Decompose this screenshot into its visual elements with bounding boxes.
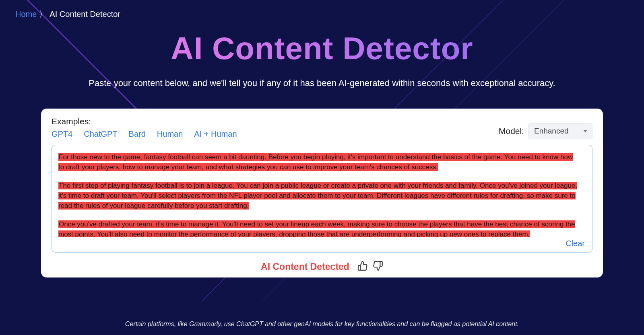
thumbs-up-icon[interactable] [357, 261, 368, 273]
detector-card: Examples: GPT4 ChatGPT Bard Human AI + H… [41, 109, 603, 277]
clear-button[interactable]: Clear [566, 239, 585, 248]
content-paragraph: The first step of playing fantasy footba… [58, 181, 578, 211]
model-select[interactable]: Enhanced [528, 123, 592, 139]
example-link-ai-human[interactable]: AI + Human [194, 129, 237, 139]
content-paragraph: Once you've drafted your team, it's time… [58, 220, 578, 237]
example-link-human[interactable]: Human [157, 129, 183, 139]
breadcrumb: Home 〉 AI Content Detector [15, 9, 120, 20]
breadcrumb-current: AI Content Detector [50, 10, 120, 19]
page-title: AI Content Detector [0, 30, 644, 67]
highlighted-text: Once you've drafted your team, it's time… [58, 220, 575, 237]
content-textbox[interactable]: For those new to the game, fantasy footb… [52, 145, 592, 253]
chevron-down-icon [583, 130, 587, 132]
result-text: AI Content Detected [261, 261, 349, 272]
example-link-chatgpt[interactable]: ChatGPT [84, 129, 117, 139]
content-paragraph: For those new to the game, fantasy footb… [58, 152, 578, 172]
disclaimer-text: Certain platforms, like Grammarly, use C… [0, 321, 644, 328]
highlighted-text: For those new to the game, fantasy footb… [58, 153, 573, 171]
hero: AI Content Detector Paste your content b… [0, 30, 644, 88]
model-selector-wrap: Model: Enhanced [499, 123, 592, 139]
breadcrumb-home-link[interactable]: Home [15, 10, 37, 19]
breadcrumb-separator: 〉 [39, 9, 47, 20]
model-label: Model: [499, 126, 524, 136]
example-link-bard[interactable]: Bard [129, 129, 146, 139]
page-subtitle: Paste your content below, and we'll tell… [0, 78, 644, 88]
result-row: AI Content Detected [52, 261, 592, 273]
content-scroll-area[interactable]: For those new to the game, fantasy footb… [58, 152, 586, 237]
thumbs-down-icon[interactable] [373, 261, 383, 273]
feedback-icons [357, 261, 383, 273]
example-link-gpt4[interactable]: GPT4 [52, 129, 72, 139]
highlighted-text: The first step of playing fantasy footba… [58, 182, 577, 209]
model-selected-value: Enhanced [534, 127, 569, 135]
examples-links: GPT4 ChatGPT Bard Human AI + Human [52, 129, 237, 139]
examples-block: Examples: GPT4 ChatGPT Bard Human AI + H… [52, 117, 237, 139]
examples-label: Examples: [52, 117, 237, 126]
